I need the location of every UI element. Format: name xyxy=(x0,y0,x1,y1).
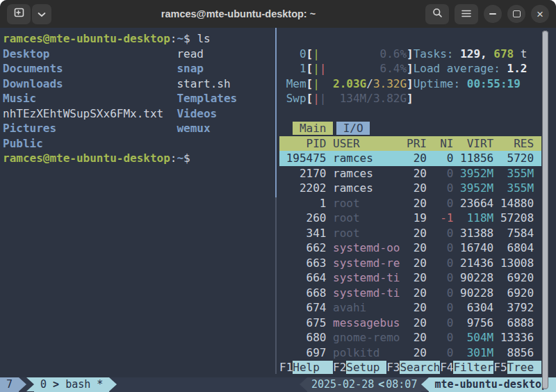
terminal-line: ramces@mte-ubuntu-desktop:~$ ls xyxy=(3,31,274,47)
process-row[interactable]: 674 avahi 20 0 6304 3792 xyxy=(279,300,541,316)
blank-line xyxy=(279,31,541,47)
search-button[interactable] xyxy=(425,4,449,24)
chevron-down-icon xyxy=(38,8,46,20)
pane-divider[interactable] xyxy=(275,28,277,374)
process-row[interactable]: 2170 ramces 20 0 3952M 355M xyxy=(279,166,541,181)
terminal-line: Desktop read xyxy=(3,47,274,62)
process-row[interactable]: 2202 ramces 20 0 3952M 355M xyxy=(279,181,541,196)
terminal-line: Downloads start.sh xyxy=(3,76,274,92)
htop-meter-line: Swp[|| 134M/3.82G] xyxy=(279,91,541,106)
process-row[interactable]: 680 gnome-remo 20 0 504M 13336 xyxy=(279,330,541,345)
htop-meter-line: 1[|| 6.4%]Load average: 1.2 xyxy=(279,61,541,76)
process-row[interactable]: 1 root 20 0 23664 14880 xyxy=(279,196,541,211)
tab-list-button[interactable] xyxy=(32,4,51,24)
powerline-arrow xyxy=(26,377,34,391)
htop-tab-bar[interactable]: Main I/O xyxy=(279,121,541,136)
htop-table-header[interactable]: PID USER PRI NI VIRT RES xyxy=(279,136,541,152)
powerline-arrow xyxy=(19,377,26,391)
htop-meter-line: Mem[| 2.03G/3.32G]Uptime: 00:55:19 xyxy=(279,76,541,92)
terminal-line: nhTEzXEhtWSupSXx6FMx.txt Videos xyxy=(3,106,274,122)
new-tab-icon xyxy=(13,8,24,20)
terminal-pane-htop[interactable]: 0[| 0.6%]Tasks: 129, 678 t 1[|| 6.4%]Loa… xyxy=(279,31,541,374)
process-row[interactable]: 668 systemd-ti 20 0 90228 6920 xyxy=(279,286,541,301)
terminal-area: ramces@mte-ubuntu-desktop:~$ lsDesktop r… xyxy=(0,28,556,392)
process-row[interactable]: 341 root 20 0 31388 7584 xyxy=(279,226,541,241)
status-window-index[interactable]: 7 xyxy=(0,377,19,392)
minimize-button[interactable] xyxy=(484,5,502,23)
tmux-status-bar: 7 0 > bash * 2025-02-28<08:07 mte-ubuntu… xyxy=(0,377,556,392)
terminal-pane-shell[interactable]: ramces@mte-ubuntu-desktop:~$ lsDesktop r… xyxy=(3,31,274,374)
chevron-left-icon: < xyxy=(378,378,384,391)
scrollbar[interactable] xyxy=(542,31,548,389)
process-row[interactable]: 662 systemd-oo 20 0 16740 6804 xyxy=(279,240,541,256)
close-icon: × xyxy=(537,8,543,20)
terminal-line: Public xyxy=(3,136,274,152)
process-row[interactable]: 697 polkitd 20 0 301M 8856 xyxy=(279,345,541,361)
new-tab-button[interactable] xyxy=(7,4,31,24)
htop-function-key-bar[interactable]: F1Help F2Setup F3SearchF4FilterF5Tree xyxy=(279,360,541,374)
terminal-line: Pictures wemux xyxy=(3,121,274,136)
chevron-right-icon: > xyxy=(53,378,59,391)
process-row[interactable]: 663 systemd-re 20 0 21436 13008 xyxy=(279,256,541,271)
status-time: 08:07 xyxy=(386,378,417,391)
window-title: ramces@mte-ubuntu-desktop: ~ xyxy=(51,8,425,19)
blank-line xyxy=(279,106,541,122)
titlebar: ramces@mte-ubuntu-desktop: ~ × xyxy=(0,0,556,28)
menu-button[interactable] xyxy=(455,4,478,24)
process-row[interactable]: 195475 ramces 20 0 11856 5720 xyxy=(279,151,541,166)
maximize-button[interactable] xyxy=(507,5,525,23)
powerline-arrow xyxy=(300,377,307,391)
process-row[interactable]: 260 root 19 -1 118M 57208 xyxy=(279,211,541,226)
powerline-arrow xyxy=(421,377,429,391)
maximize-icon xyxy=(513,10,521,17)
status-hostname: mte-ubuntu-desktop xyxy=(429,377,556,392)
terminal-window: ramces@mte-ubuntu-desktop: ~ × ramces@mt… xyxy=(0,0,556,392)
close-button[interactable]: × xyxy=(531,5,549,23)
minimize-icon xyxy=(489,13,496,15)
hamburger-menu-icon xyxy=(461,8,471,20)
search-icon xyxy=(432,8,443,21)
terminal-line: Music Templates xyxy=(3,91,274,106)
htop-meter-line: 0[| 0.6%]Tasks: 129, 678 t xyxy=(279,47,541,62)
process-row[interactable]: 675 messagebus 20 0 9756 6888 xyxy=(279,316,541,331)
terminal-line: Documents snap xyxy=(3,61,274,76)
powerline-arrow xyxy=(109,377,117,391)
process-row[interactable]: 664 systemd-ti 20 0 90228 6920 xyxy=(279,270,541,286)
status-date-time: 2025-02-28<08:07 xyxy=(307,377,422,392)
terminal-line: ramces@mte-ubuntu-desktop:~$ xyxy=(3,151,274,166)
status-date: 2025-02-28 xyxy=(311,378,374,391)
status-pane-title[interactable]: 0 > bash * xyxy=(34,377,109,392)
